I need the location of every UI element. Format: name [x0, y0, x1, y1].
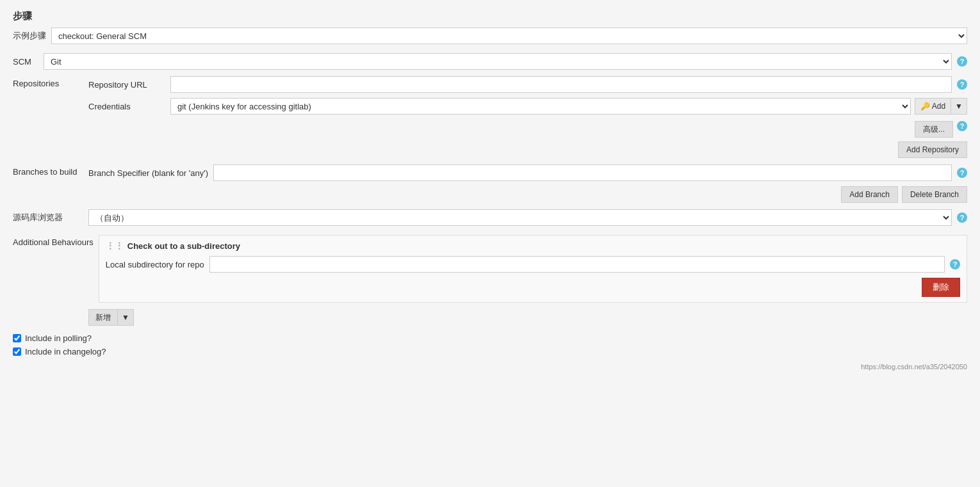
delete-behaviour-button[interactable]: 删除 — [922, 278, 960, 297]
advanced-button[interactable]: 高级... — [915, 121, 953, 138]
include-polling-row: Include in polling? — [13, 333, 967, 343]
checkout-subdir-block: ⋮⋮ Check out to a sub-directory Local su… — [99, 235, 967, 303]
footer-link: https://blog.csdn.net/a35/2042050 — [13, 363, 967, 371]
add-branch-button[interactable]: Add Branch — [841, 186, 898, 203]
repository-url-help-icon[interactable]: ? — [957, 79, 967, 90]
scm-label: SCM — [13, 57, 38, 67]
example-step-label: 示例步骤 — [13, 30, 46, 42]
repository-url-input[interactable]: git@ e.git — [170, 76, 952, 93]
scm-browser-select[interactable]: （自动） — [88, 209, 952, 226]
include-changelog-checkbox[interactable] — [13, 347, 21, 356]
local-subdir-label: Local subdirectory for repo — [106, 260, 204, 269]
credentials-label: Credentials — [88, 102, 165, 111]
credentials-select[interactable]: git (Jenkins key for accessing gitlab) — [170, 98, 911, 115]
example-step-select[interactable]: checkout: General SCM — [51, 28, 967, 44]
include-polling-checkbox[interactable] — [13, 334, 21, 342]
scm-browser-label: 源码库浏览器 — [13, 212, 83, 223]
delete-branch-button[interactable]: Delete Branch — [902, 186, 967, 203]
page-title: 步骤 — [13, 10, 967, 22]
scm-select[interactable]: Git — [44, 53, 952, 70]
scm-browser-help-icon[interactable]: ? — [957, 212, 967, 223]
include-changelog-row: Include in changelog? — [13, 347, 967, 356]
branches-to-build-label: Branches to build — [13, 164, 83, 203]
advanced-help-icon[interactable]: ? — [957, 121, 967, 131]
new-add-arrow-button[interactable]: ▼ — [117, 309, 134, 326]
chevron-down-icon: ▼ — [955, 102, 963, 111]
repository-url-label: Repository URL — [88, 80, 165, 90]
add-credentials-button[interactable]: 🔑 Add ▼ — [915, 98, 967, 115]
include-changelog-label: Include in changelog? — [25, 347, 106, 356]
branch-specifier-label: Branch Specifier (blank for 'any') — [88, 168, 208, 178]
add-repository-button[interactable]: Add Repository — [898, 141, 967, 158]
branch-specifier-help-icon[interactable]: ? — [957, 168, 967, 178]
scm-help-icon[interactable]: ? — [957, 56, 967, 67]
additional-behaviours-label: Additional Behaviours — [13, 235, 94, 303]
drag-handle-icon[interactable]: ⋮⋮ — [106, 241, 124, 251]
branch-specifier-input[interactable]: */master — [213, 164, 952, 181]
repositories-label: Repositories — [13, 76, 83, 115]
new-add-button[interactable]: 新增 ▼ — [88, 309, 134, 326]
new-add-main-button[interactable]: 新增 — [88, 309, 117, 326]
include-polling-label: Include in polling? — [25, 333, 92, 343]
checkout-subdir-title: Check out to a sub-directory — [127, 241, 240, 251]
local-subdir-help-icon[interactable]: ? — [950, 259, 960, 269]
key-icon: 🔑 — [920, 102, 930, 111]
local-subdir-input[interactable]: ann-lib — [209, 256, 945, 273]
